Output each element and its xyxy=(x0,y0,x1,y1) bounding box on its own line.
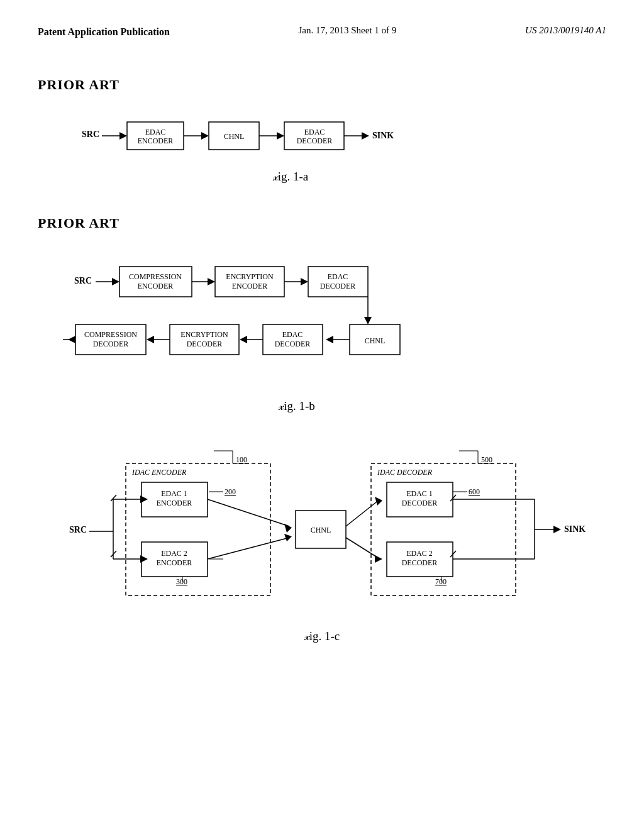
svg-text:300: 300 xyxy=(176,577,187,586)
svg-text:DECODER: DECODER xyxy=(275,340,311,348)
svg-text:600: 600 xyxy=(469,487,480,496)
svg-text:100: 100 xyxy=(236,455,247,464)
header-patent-number: US 2013/0019140 A1 xyxy=(525,25,606,36)
svg-text:EDAC 2: EDAC 2 xyxy=(406,549,433,558)
svg-marker-81 xyxy=(284,524,292,533)
svg-text:ENCODER: ENCODER xyxy=(138,282,174,290)
fig1b-diagram: SRC COMPRESSION ENCODER ENCRYPTION ENCOD… xyxy=(63,243,553,400)
svg-text:ENCRYPTION: ENCRYPTION xyxy=(226,272,274,281)
svg-text:IDAC DECODER: IDAC DECODER xyxy=(377,468,433,477)
svg-text:EDAC: EDAC xyxy=(328,272,348,281)
fig1c-diagram: IDAC ENCODER 100 EDAC 1 ENCODER 200 EDAC… xyxy=(50,445,616,633)
svg-text:EDAC: EDAC xyxy=(145,128,166,136)
svg-text:DECODER: DECODER xyxy=(320,282,356,290)
fig1a-diagram: SRC EDAC ENCODER CHNL EDAC xyxy=(63,104,553,167)
svg-text:ENCODER: ENCODER xyxy=(157,499,192,507)
svg-marker-1 xyxy=(119,132,127,140)
svg-marker-19 xyxy=(112,278,119,285)
svg-text:EDAC 1: EDAC 1 xyxy=(161,489,187,498)
svg-text:EDAC: EDAC xyxy=(304,128,325,136)
svg-text:200: 200 xyxy=(225,487,236,496)
svg-marker-83 xyxy=(284,534,292,541)
svg-marker-6 xyxy=(201,132,209,140)
svg-marker-43 xyxy=(240,336,247,343)
prior-art-label-1b: PRIOR ART xyxy=(38,215,606,231)
svg-text:DECODER: DECODER xyxy=(187,340,223,348)
svg-text:SINK: SINK xyxy=(564,524,586,534)
svg-marker-48 xyxy=(147,336,154,343)
fig1a-section: PRIOR ART SRC EDAC ENCODER CHNL xyxy=(38,77,606,184)
svg-text:ENCODER: ENCODER xyxy=(232,282,268,290)
svg-text:CHNL: CHNL xyxy=(311,526,331,534)
page: Patent Application Publication Jan. 17, … xyxy=(0,0,644,830)
fig1b-section: PRIOR ART SRC COMPRESSION ENCODER ENCRYP… xyxy=(38,215,606,413)
svg-text:EDAC 2: EDAC 2 xyxy=(161,549,187,558)
svg-text:SRC: SRC xyxy=(69,525,87,534)
svg-text:SINK: SINK xyxy=(372,131,394,140)
svg-marker-107 xyxy=(553,526,561,533)
svg-text:DECODER: DECODER xyxy=(402,499,438,507)
svg-marker-54 xyxy=(68,336,75,343)
svg-text:IDAC ENCODER: IDAC ENCODER xyxy=(131,468,187,477)
fig1a-src-label: SRC xyxy=(82,130,99,139)
svg-text:700: 700 xyxy=(435,577,447,586)
svg-text:EDAC 1: EDAC 1 xyxy=(406,489,433,498)
svg-text:500: 500 xyxy=(481,455,492,464)
svg-marker-34 xyxy=(364,317,372,324)
svg-text:COMPRESSION: COMPRESSION xyxy=(84,330,137,339)
svg-marker-24 xyxy=(208,278,215,285)
svg-marker-15 xyxy=(362,132,369,140)
svg-text:ENCODER: ENCODER xyxy=(138,136,174,145)
header-date-sheet: Jan. 17, 2013 Sheet 1 of 9 xyxy=(299,25,397,36)
svg-text:CHNL: CHNL xyxy=(365,336,386,345)
svg-text:DECODER: DECODER xyxy=(402,558,438,567)
page-header: Patent Application Publication Jan. 17, … xyxy=(38,25,606,39)
svg-text:DECODER: DECODER xyxy=(297,136,333,145)
prior-art-label-1a: PRIOR ART xyxy=(38,77,606,93)
header-publication: Patent Application Publication xyxy=(38,25,170,39)
fig1a-label: 𝓍ig. 1-a xyxy=(0,170,606,184)
fig1c-section: IDAC ENCODER 100 EDAC 1 ENCODER 200 EDAC… xyxy=(38,445,606,643)
svg-text:SRC: SRC xyxy=(74,276,92,285)
svg-text:ENCODER: ENCODER xyxy=(157,558,192,567)
svg-text:EDAC: EDAC xyxy=(282,330,303,339)
svg-text:CHNL: CHNL xyxy=(224,132,245,141)
svg-marker-10 xyxy=(277,132,284,140)
svg-text:COMPRESSION: COMPRESSION xyxy=(129,272,182,281)
svg-text:ENCRYPTION: ENCRYPTION xyxy=(180,330,228,339)
svg-text:DECODER: DECODER xyxy=(93,340,129,348)
svg-marker-38 xyxy=(326,336,333,343)
svg-marker-29 xyxy=(301,278,308,285)
